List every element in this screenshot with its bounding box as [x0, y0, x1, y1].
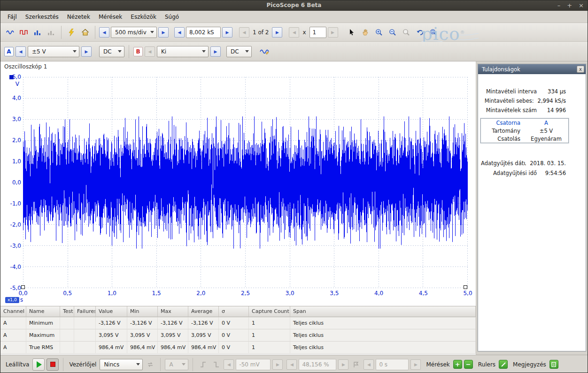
play-icon [37, 361, 42, 368]
channel-a-range-select[interactable]: ±5 V [28, 46, 79, 57]
zoom-input[interactable]: 1 [309, 27, 326, 38]
trigger-channel-select[interactable]: A [165, 359, 188, 370]
bar-spectrum-icon [33, 29, 42, 36]
separator [95, 26, 95, 39]
xy-view-button[interactable] [45, 26, 57, 38]
pretrigger-decrease-button[interactable]: ◀ [286, 359, 297, 370]
persistence-view-button[interactable] [31, 26, 44, 38]
stop-button[interactable] [46, 358, 59, 371]
close-button[interactable]: × [579, 0, 584, 11]
page-previous-button[interactable]: ◀ [239, 27, 249, 38]
delay-increase-button[interactable]: ▶ [410, 359, 421, 370]
zoom-factor-badge[interactable]: x1,0 [5, 297, 19, 303]
zoom-full-tool-button[interactable] [400, 26, 412, 38]
menu-item-2[interactable]: Nézetek [63, 12, 94, 22]
meas-header-cell: Failures [74, 306, 96, 317]
falling-edge-button[interactable] [210, 359, 222, 370]
channel-a-range-down-button[interactable]: ◀ [15, 46, 26, 57]
rapid-trigger-button[interactable] [145, 359, 156, 370]
minimize-button[interactable]: – [557, 0, 561, 11]
properties-close-button[interactable]: x [577, 66, 584, 73]
property-label: Mintavételi interva [481, 88, 537, 95]
meas-cell: Teljes ciklus [290, 342, 476, 354]
zoom-decrease-button[interactable]: ◀ [289, 27, 299, 38]
channel-b-range-up-button[interactable]: ▶ [210, 46, 221, 57]
trigger-mode-value: Nincs [104, 361, 119, 368]
delay-decrease-button[interactable]: ◀ [364, 359, 374, 370]
meas-cell: 986,4 mV [96, 342, 127, 354]
channel-b-mode-select[interactable]: Ki [157, 46, 209, 57]
sine-wave-icon [6, 29, 15, 36]
maximize-button[interactable]: + [567, 0, 572, 11]
channel-table-value: Egyenáram [524, 136, 568, 142]
pointer-tool-button[interactable] [346, 26, 358, 38]
add-measurement-button[interactable]: + [453, 360, 462, 369]
capture-state-label: Leállítva [6, 361, 29, 368]
zoom-increase-button[interactable]: ▶ [328, 27, 338, 38]
timebase-faster-button[interactable]: ▶ [158, 27, 169, 38]
note-label: Megjegyzés [513, 361, 546, 368]
channel-b-range-down-button[interactable]: ◀ [145, 46, 155, 57]
auto-setup-button[interactable] [65, 26, 77, 38]
capture-rows: Adatgyűjtés dátun2018. 03. 15.Adatgyűjté… [478, 158, 586, 178]
start-button[interactable] [32, 358, 45, 371]
timebase-select[interactable]: 500 ms/div [111, 27, 157, 38]
menu-item-0[interactable]: Fájl [3, 12, 21, 22]
undo-zoom-button[interactable] [414, 26, 426, 38]
pretrigger-input[interactable]: 48,156 % [299, 359, 336, 370]
home-button[interactable] [79, 26, 91, 38]
main-toolbar: ◀ 500 ms/div ▶ ◀ 8,002 kS ▶ ◀ 1 of 2 ▶ ◀… [0, 23, 588, 42]
add-note-button[interactable] [549, 360, 558, 369]
page-next-button[interactable]: ▶ [272, 27, 282, 38]
channel-a-range-up-button[interactable]: ▶ [81, 46, 92, 57]
scope-canvas[interactable] [23, 77, 468, 288]
x-scroll-handle-left[interactable] [21, 285, 25, 289]
trigger-marker-button[interactable] [350, 359, 362, 370]
x-scroll-handle-right[interactable] [464, 285, 467, 289]
property-value: 334 µs [537, 88, 566, 95]
pretrigger-increase-button[interactable]: ▶ [338, 359, 348, 370]
menu-item-3[interactable]: Mérések [94, 12, 126, 22]
timebase-value: 500 ms/div [115, 29, 147, 36]
signal-generator-button[interactable] [258, 46, 271, 58]
zoom-out-tool-button[interactable] [387, 26, 399, 38]
separator [129, 45, 129, 58]
hand-tool-button[interactable] [359, 26, 371, 38]
meas-cell: Maximum [26, 329, 60, 342]
channel-a-label: A [4, 47, 14, 56]
menu-bar: FájlSzerkesztésNézetekMérésekEszközökSúg… [0, 11, 588, 23]
zoom-overview-button[interactable] [427, 26, 440, 38]
menu-item-4[interactable]: Eszközök [126, 12, 161, 22]
channel-a-coupling-value: DC [103, 48, 112, 55]
delay-input[interactable]: 0 s [376, 359, 409, 370]
channel-a-coupling-select[interactable]: DC [99, 46, 124, 57]
property-label: Mintavételi sebes: [481, 98, 534, 104]
remove-measurement-button[interactable]: − [464, 360, 473, 369]
samples-input[interactable]: 8,002 kS [186, 27, 221, 38]
threshold-input[interactable]: -50 mV [236, 359, 271, 370]
scope-view-button[interactable] [4, 26, 16, 38]
threshold-decrease-button[interactable]: ◀ [224, 359, 234, 370]
channel-table-label: Csatolás [481, 136, 524, 142]
threshold-increase-button[interactable]: ▶ [272, 359, 283, 370]
home-icon [81, 29, 89, 36]
menu-item-1[interactable]: Szerkesztés [21, 12, 63, 22]
meas-cell [60, 317, 74, 329]
trigger-mode-select[interactable]: Nincs [100, 359, 143, 370]
meas-cell: Teljes ciklus [290, 317, 476, 329]
meas-header-cell: σ [219, 306, 249, 317]
repeat-arrows-icon [147, 361, 154, 368]
samples-decrease-button[interactable]: ◀ [174, 27, 185, 38]
spectrum-view-button[interactable] [18, 26, 30, 38]
menu-item-5[interactable]: Súgó [161, 12, 183, 22]
rulers-button[interactable] [499, 360, 508, 369]
timebase-slower-button[interactable]: ◀ [99, 27, 109, 38]
channel-b-coupling-select[interactable]: DC [226, 46, 252, 57]
meas-cell: 0 V [219, 329, 249, 342]
meas-cell: 0 V [219, 317, 249, 329]
rising-edge-button[interactable] [197, 359, 209, 370]
measurements-table: ChannelNameTestFailuresValueMinMaxAverag… [0, 306, 476, 354]
samples-increase-button[interactable]: ▶ [222, 27, 232, 38]
zoom-in-tool-button[interactable] [373, 26, 385, 38]
channel-table: CsatornaATartomány±5 VCsatolásEgyenáram [480, 118, 569, 143]
